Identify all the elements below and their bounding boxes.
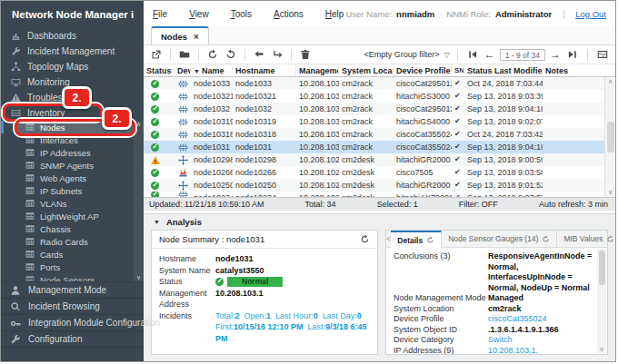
scroll-down-icon[interactable]: ∨ (608, 189, 613, 196)
scrollbar-thumb[interactable] (599, 251, 605, 285)
sidebar-item-management-mode[interactable]: Management Mode (1, 282, 144, 299)
column-header-name[interactable]: ▼Name (191, 64, 233, 76)
group-filter-dropdown[interactable]: <Empty Group filter> (364, 50, 440, 59)
refresh-icon[interactable] (542, 235, 550, 243)
table-view-settings-button[interactable] (595, 47, 610, 62)
table-row[interactable]: node1033 node1033 10.208.103.3 cm2rack c… (144, 77, 615, 90)
sidebar-item-radio-cards[interactable]: Radio Cards (1, 235, 134, 248)
column-header-notes[interactable]: Notes (543, 64, 615, 76)
refresh-icon[interactable] (426, 236, 434, 244)
sidebar-item-cards[interactable]: Cards (1, 248, 134, 261)
last-page-button[interactable] (565, 47, 580, 62)
sidebar-item-chassis[interactable]: Chassis (1, 222, 134, 235)
sidebar-item-incident-browsing[interactable]: Incident Browsing (1, 299, 144, 315)
refresh-status-button[interactable] (224, 47, 238, 62)
table-row[interactable]: node10298 node10298 10.208.102.9 cm2desk… (144, 153, 615, 166)
delete-button[interactable] (298, 47, 313, 62)
tab-details[interactable]: Details (391, 231, 442, 248)
column-header-system-location[interactable]: System Location (339, 64, 394, 76)
total-count: Total: 34 (305, 200, 336, 209)
column-header-dev[interactable]: Dev (174, 64, 191, 76)
sidebar-item-label: Incident Browsing (28, 301, 100, 311)
table-row-clipped[interactable]: node10234 node10234 10.208.102.3 cm2desk… (144, 192, 615, 197)
sidebar-item-ip-addresses[interactable]: IP Addresses (1, 146, 134, 159)
table-row[interactable]: node10318 node10318 10.208.103.1 cm2rack… (144, 128, 615, 141)
snmp-check-cell: ✔ (452, 179, 464, 192)
refresh-icon[interactable] (360, 234, 370, 244)
submenu-scrollbar[interactable]: ∧ ∨ (134, 121, 144, 281)
column-header-status[interactable]: Status (144, 64, 174, 76)
column-header-status-last-modified[interactable]: Status Last Modified (464, 64, 543, 76)
status-normal-icon (151, 80, 159, 88)
sidebar-item-integration-module-configuration[interactable]: Integration Module Configuration (1, 315, 144, 331)
menu-help[interactable]: Help (325, 9, 344, 19)
incident-stat-label: Open: (244, 311, 267, 320)
table-grid-icon (25, 275, 35, 281)
refresh-icon[interactable] (606, 235, 614, 243)
table-row[interactable]: node10266 node10266 10.208.102.6 cm2desk… (144, 166, 615, 179)
toolbar-separator (244, 49, 245, 61)
sidebar-item-dashboards[interactable]: Dashboards (1, 28, 144, 44)
open-in-new-window-button[interactable] (149, 47, 164, 62)
previous-page-button[interactable]: ← (484, 49, 495, 60)
sidebar-item-topology-maps[interactable]: Topology Maps (1, 59, 144, 74)
table-header-row: Status Dev ▼Name Hostname Management Sys… (144, 64, 615, 77)
table-row-selected[interactable]: node1031 node1031 10.208.103.1 cm2rack c… (144, 141, 615, 153)
table-grid-icon (25, 237, 35, 246)
sidebar-item-ip-subnets[interactable]: IP Subnets (1, 184, 134, 197)
table-row[interactable]: node1032 node1032 10.208.103.2 cm2rack c… (144, 103, 615, 115)
first-page-button[interactable] (465, 47, 480, 62)
open-button[interactable] (177, 47, 192, 62)
sidebar-item-vlans[interactable]: VLANs (1, 197, 134, 210)
column-header-hostname[interactable]: Hostname (233, 64, 296, 76)
sidebar-item-interfaces[interactable]: Interfaces (1, 133, 134, 146)
tab-node-sensor-gauges[interactable]: Node Sensor Gauges (14) (442, 231, 557, 247)
details-scrollbar[interactable]: ∨ (597, 249, 606, 353)
sidebar-item-lightweight-ap[interactable]: LightWeight AP (1, 210, 134, 222)
sidebar-item-ports[interactable]: Ports (1, 261, 134, 273)
status-cell (144, 77, 174, 90)
page-range-box[interactable]: 1 - 9 of 34 (500, 49, 545, 61)
menu-tools[interactable]: Tools (231, 9, 252, 19)
sidebar-item-node-sensors[interactable]: Node Sensors (1, 273, 134, 281)
scroll-down-icon[interactable]: ∨ (599, 346, 603, 353)
toolbar-separator (457, 49, 458, 61)
sidebar-item-incident-management[interactable]: Incident Management (1, 44, 144, 59)
tab-mib-values[interactable]: MIB Values (557, 231, 616, 247)
sidebar-item-snmp-agents[interactable]: SNMP Agents (1, 159, 134, 172)
next-page-button[interactable]: → (550, 49, 561, 60)
scroll-up-icon[interactable]: ∧ (608, 78, 613, 85)
column-header-snmp[interactable]: SNM (452, 64, 464, 76)
column-header-management[interactable]: Management (296, 64, 339, 76)
refresh-button[interactable] (205, 47, 220, 62)
name-cell: node10319 (191, 115, 233, 128)
undo-button[interactable] (252, 47, 266, 62)
sidebar-item-label: VLANs (40, 199, 67, 209)
device-category-link[interactable]: Switch (488, 335, 593, 346)
sidebar-item-web-agents[interactable]: Web Agents (1, 172, 134, 184)
menu-file[interactable]: File (153, 9, 167, 19)
modified-cell: Sep 13, 2018 9:04:18 P (464, 141, 543, 153)
table-row[interactable]: node10321 node10321 10.208.103.2 cm2rack… (144, 90, 615, 103)
sidebar-item-configuration[interactable]: Configuration (1, 331, 144, 348)
device-cell (174, 141, 191, 153)
device-profile-link[interactable]: ciscoCat355024 (488, 314, 593, 325)
tab-nodes[interactable]: Nodes × (151, 26, 209, 44)
menu-view[interactable]: View (189, 9, 209, 19)
table-scrollbar[interactable]: ∧ ∨ (604, 77, 615, 197)
scroll-up-icon[interactable]: ∧ (136, 121, 141, 128)
table-row[interactable]: node10250 node10250 10.208.102.5 cm2desk… (144, 179, 615, 192)
menu-actions[interactable]: Actions (274, 9, 304, 19)
log-out-link[interactable]: Log Out (563, 9, 606, 19)
close-tab-icon[interactable]: × (194, 32, 199, 42)
table-row[interactable]: node10319 node10319 10.208.103.1 cm2rack… (144, 115, 615, 128)
scroll-down-icon[interactable]: ∨ (136, 274, 141, 281)
restore-button[interactable] (270, 47, 284, 62)
node-management-mode-label: Node Management Mode (394, 293, 488, 304)
analysis-panel-header[interactable]: ▼ Analysis (144, 214, 615, 229)
dropdown-arrow-icon[interactable]: ▽ (444, 51, 450, 59)
column-header-device-profile[interactable]: Device Profile (394, 64, 452, 76)
scrollbar-thumb[interactable] (607, 122, 614, 152)
name-cell: node10298 (191, 153, 233, 166)
ip-addresses-links[interactable]: 10.208.103.1, 10.208.103.17, 10.208.103.… (488, 346, 593, 355)
